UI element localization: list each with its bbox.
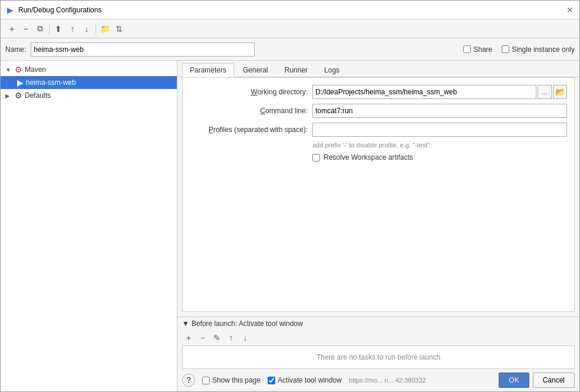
before-launch-down-button[interactable]: ↓ — [239, 331, 252, 344]
add-config-button[interactable]: + — [5, 22, 18, 35]
profiles-label: Profiles (separated with space): — [190, 126, 308, 134]
folder-button[interactable]: 📁 — [98, 22, 111, 35]
before-launch-title: Before launch: Activate tool window — [192, 319, 303, 328]
toolbar: + − ⧉ ⬆ ↑ ↓ 📁 ⇅ — [1, 19, 579, 38]
close-button[interactable]: ✕ — [565, 5, 575, 15]
tab-general[interactable]: General — [235, 63, 276, 77]
move-down-button[interactable]: ↓ — [80, 22, 93, 35]
title-bar: ▶ Run/Debug Configurations ✕ — [1, 1, 579, 19]
before-launch-edit-button[interactable]: ✎ — [210, 331, 223, 344]
working-dir-browse-button[interactable]: ... — [538, 85, 552, 99]
profiles-input[interactable] — [312, 123, 567, 137]
bottom-bar: ? Show this page Activate tool window ht… — [177, 369, 579, 391]
activate-tool-checkbox-label[interactable]: Activate tool window — [268, 376, 342, 384]
share-checkbox[interactable] — [463, 45, 471, 53]
before-launch-collapse-icon: ▼ — [182, 319, 189, 328]
tab-parameters[interactable]: Parameters — [182, 63, 234, 77]
single-instance-label: Single instance only — [512, 45, 575, 54]
defaults-label: Defaults — [25, 91, 51, 100]
defaults-expand-icon: ▶ — [5, 93, 12, 99]
activate-tool-label: Activate tool window — [278, 376, 342, 384]
before-launch-empty-message: There are no tasks to run before launch — [182, 345, 575, 369]
working-dir-folder-button[interactable]: 📂 — [553, 85, 567, 99]
heima-config-icon: ▶ — [17, 78, 24, 87]
share-area: Share Single instance only — [463, 45, 575, 54]
main-content: ▼ ⚙ Maven ▶ heima-ssm-web ▶ ⚙ Defaults P… — [1, 61, 579, 391]
working-directory-input[interactable] — [312, 85, 536, 99]
activate-tool-checkbox[interactable] — [268, 377, 275, 384]
command-line-row: Command line: — [190, 104, 567, 118]
before-launch-toolbar: + − ✎ ↑ ↓ — [177, 330, 579, 345]
single-instance-checkbox-label[interactable]: Single instance only — [502, 45, 575, 54]
working-directory-label: Working directory: — [190, 88, 308, 96]
share-label: Share — [473, 45, 492, 54]
toolbar-sep-2 — [95, 24, 96, 34]
detail-panel: Parameters General Runner Logs Working d… — [177, 61, 579, 391]
name-input[interactable] — [31, 42, 255, 57]
tab-content-parameters: Working directory: ... 📂 Command line: — [182, 77, 575, 312]
name-row: Name: Share Single instance only — [1, 38, 579, 61]
profiles-hint: add prefix '-' to disable profile, e.g. … — [312, 141, 567, 149]
move-up-button[interactable]: ↑ — [66, 22, 79, 35]
before-launch-empty-text: There are no tasks to run before launch — [317, 353, 440, 361]
toolbar-sep-1 — [49, 24, 50, 34]
help-button[interactable]: ? — [182, 374, 195, 387]
sidebar-item-heima-ssm-web[interactable]: ▶ heima-ssm-web — [1, 76, 177, 89]
maven-label: Maven — [25, 65, 46, 74]
sort-button[interactable]: ⇅ — [113, 22, 126, 35]
working-directory-row: Working directory: ... 📂 — [190, 85, 567, 99]
title-bar-title: Run/Debug Configurations — [18, 6, 562, 14]
profiles-row: Profiles (separated with space): — [190, 123, 567, 137]
name-label: Name: — [5, 45, 26, 54]
ok-button[interactable]: OK — [499, 373, 529, 388]
status-text: https://mo... n... 42:380332 — [349, 377, 426, 384]
show-page-label: Show this page — [212, 376, 261, 384]
maven-icon: ⚙ — [15, 65, 22, 74]
before-launch-section: ▼ Before launch: Activate tool window + … — [177, 317, 579, 369]
share-checkbox-label[interactable]: Share — [463, 45, 492, 54]
show-page-checkbox[interactable] — [202, 377, 210, 384]
show-page-checkbox-label[interactable]: Show this page — [202, 376, 261, 384]
copy-config-button[interactable]: ⧉ — [34, 22, 47, 35]
tab-bar: Parameters General Runner Logs — [177, 61, 579, 77]
resolve-workspace-checkbox[interactable] — [312, 154, 320, 162]
single-instance-checkbox[interactable] — [502, 45, 509, 53]
before-launch-add-button[interactable]: + — [182, 331, 195, 344]
resolve-workspace-row: Resolve Workspace artifacts — [312, 153, 567, 162]
before-launch-remove-button[interactable]: − — [196, 331, 209, 344]
command-line-input[interactable] — [312, 104, 567, 118]
sidebar-item-maven[interactable]: ▼ ⚙ Maven — [1, 63, 177, 76]
run-debug-dialog: ▶ Run/Debug Configurations ✕ + − ⧉ ⬆ ↑ ↓… — [0, 0, 580, 392]
before-launch-up-button[interactable]: ↑ — [225, 331, 238, 344]
sidebar-item-defaults[interactable]: ▶ ⚙ Defaults — [1, 89, 177, 102]
command-line-label: Command line: — [190, 107, 308, 115]
defaults-icon: ⚙ — [15, 91, 22, 100]
tab-logs[interactable]: Logs — [317, 63, 347, 77]
working-directory-input-group: ... 📂 — [312, 85, 567, 99]
sidebar: ▼ ⚙ Maven ▶ heima-ssm-web ▶ ⚙ Defaults — [1, 61, 177, 391]
maven-expand-icon: ▼ — [5, 67, 12, 73]
cancel-button[interactable]: Cancel — [533, 373, 575, 388]
bottom-right-buttons: OK Cancel — [499, 373, 575, 388]
heima-ssm-web-label: heima-ssm-web — [26, 78, 76, 87]
title-bar-icon: ▶ — [5, 5, 15, 15]
tab-runner[interactable]: Runner — [277, 63, 315, 77]
resolve-workspace-label: Resolve Workspace artifacts — [324, 153, 413, 162]
move-up-group-button[interactable]: ⬆ — [52, 22, 65, 35]
before-launch-header: ▼ Before launch: Activate tool window — [177, 317, 579, 330]
remove-config-button[interactable]: − — [19, 22, 32, 35]
